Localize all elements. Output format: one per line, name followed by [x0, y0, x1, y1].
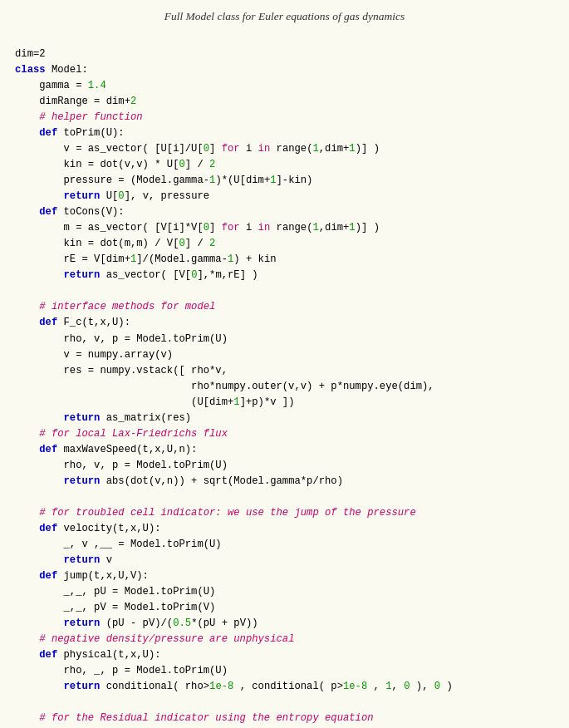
page-title: Full Model class for Euler equations of … — [15, 8, 554, 26]
code-container: dim=2 class Model: gamma = 1.4 dimRange … — [15, 31, 554, 728]
